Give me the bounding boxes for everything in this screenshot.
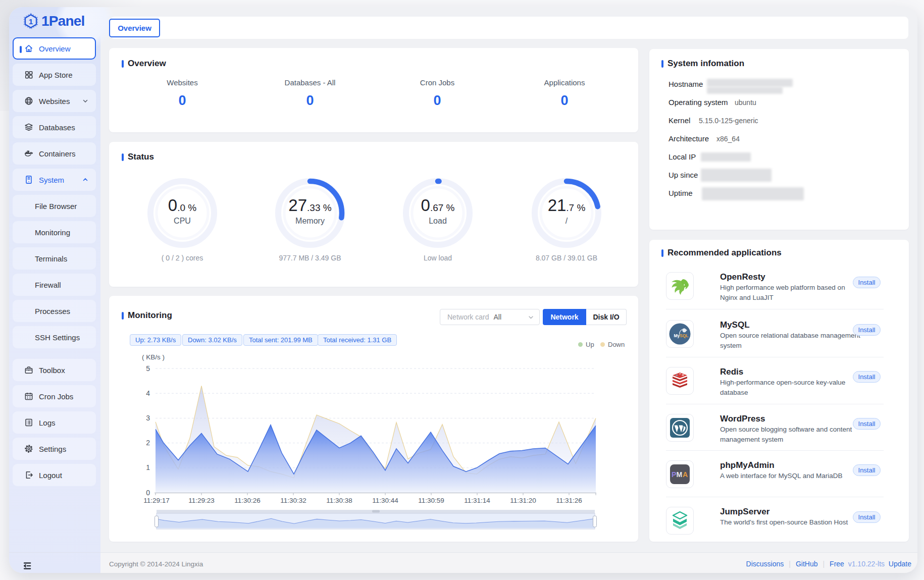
svg-text:M: M <box>677 470 683 479</box>
svg-text:1: 1 <box>146 463 150 471</box>
svg-text:11:31:20: 11:31:20 <box>510 497 536 504</box>
svg-text:11:31:14: 11:31:14 <box>464 497 490 504</box>
svg-text:11:30:32: 11:30:32 <box>280 497 306 504</box>
svg-text:5: 5 <box>146 364 150 373</box>
svg-text:A: A <box>683 470 688 479</box>
svg-text:4: 4 <box>146 389 150 397</box>
svg-text:P: P <box>672 470 676 479</box>
svg-text:11:29:23: 11:29:23 <box>188 497 215 504</box>
svg-text:My: My <box>674 333 680 338</box>
svg-text:0: 0 <box>146 489 150 497</box>
svg-text:11:30:44: 11:30:44 <box>372 497 398 504</box>
svg-text:1: 1 <box>29 17 33 26</box>
svg-text:11:30:59: 11:30:59 <box>418 497 444 504</box>
svg-text:11:31:26: 11:31:26 <box>556 497 582 504</box>
svg-text:11:29:17: 11:29:17 <box>143 497 170 504</box>
svg-text:11:30:26: 11:30:26 <box>234 497 261 504</box>
svg-text:11:30:38: 11:30:38 <box>326 497 352 504</box>
svg-text:2: 2 <box>146 439 150 447</box>
svg-text:SQL: SQL <box>680 333 688 338</box>
svg-text:3: 3 <box>146 414 150 422</box>
